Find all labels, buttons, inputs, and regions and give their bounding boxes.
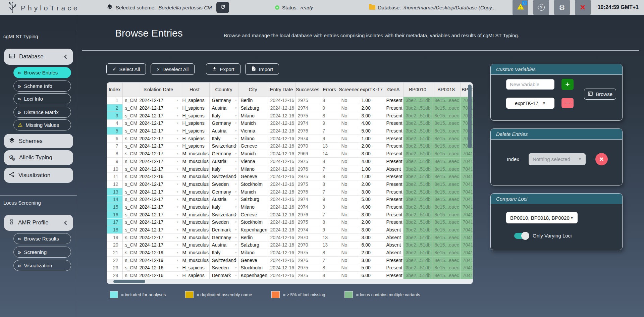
sidebar-item-browse-results[interactable]: » Browse Results (13, 233, 71, 244)
table-cell[interactable]: Austria▾ (209, 127, 238, 135)
table-cell[interactable]: Austria▾ (209, 196, 238, 203)
column-header[interactable]: GenA (384, 83, 403, 97)
sidebar-item-distance-matrix[interactable]: » Distance Matrix (13, 107, 71, 118)
row-index-cell[interactable]: 18 (107, 226, 122, 234)
table-row[interactable]: 17s_CM2024-12-17▾M_musculusSweden▾Stockh… (107, 218, 473, 226)
table-cell[interactable]: Switzerland▾ (209, 142, 238, 150)
column-header[interactable]: Successes (295, 83, 320, 97)
row-index-cell[interactable]: 15 (107, 203, 122, 211)
table-cell[interactable]: 2024-12-17▾ (137, 218, 180, 226)
row-index-cell[interactable]: 2 (107, 104, 122, 112)
sidebar-item-loci-info[interactable]: » Loci Info (13, 93, 71, 104)
row-index-cell[interactable]: 6 (107, 135, 122, 142)
table-cell[interactable]: 2024-12-17▾ (137, 211, 180, 218)
compare-loci-select[interactable]: BP0010, BP0018, BP0020, ▼ (506, 212, 578, 223)
sidebar-group-schemes[interactable]: Schemes (4, 134, 73, 148)
table-row[interactable]: 14s_CM2024-12-17▾M_musculusAustria▾Salzb… (107, 196, 473, 203)
table-cell[interactable]: 2024-12-17▾ (137, 226, 180, 234)
close-app-button[interactable]: × (575, 0, 591, 15)
table-row[interactable]: 13s_CM2024-12-17▾M_musculusGermany▾Munic… (107, 188, 473, 196)
table-row[interactable]: 19s_CM2024-12-17▾M_musculusGermany▾Berli… (107, 233, 473, 241)
settings-button[interactable]: ⚙ (554, 0, 570, 15)
table-cell[interactable]: 2024-12-17▾ (137, 127, 180, 135)
table-cell[interactable]: 2024-12-17▾ (137, 203, 180, 211)
column-header[interactable]: Country (209, 83, 238, 97)
table-cell[interactable]: Italy▾ (209, 203, 238, 211)
table-row[interactable]: 6s_CM2024-12-17▾H_sapiensItaly▾Milano202… (107, 135, 473, 142)
sidebar-item-browse-entries[interactable]: » Browse Entries (13, 67, 71, 78)
vertical-scrollbar[interactable] (468, 85, 472, 148)
table-row[interactable]: 10s_CM2024-12-17▾M_musculusItaly▾Milano2… (107, 165, 473, 173)
table-row[interactable]: 7s_CM2024-12-17▾H_sapiensSwitzerland▾Gen… (107, 142, 473, 150)
column-header[interactable]: BP0010 (403, 83, 432, 97)
table-cell[interactable]: Italy▾ (209, 165, 238, 173)
table-cell[interactable]: Italy▾ (209, 249, 238, 257)
table-row[interactable]: 9s_CM2024-12-17▾M_musculusAustria▾Vienna… (107, 158, 473, 165)
row-index-cell[interactable]: 19 (107, 233, 122, 241)
row-index-cell[interactable]: 4 (107, 119, 122, 127)
table-cell[interactable]: 2024-12-17▾ (137, 233, 180, 241)
deselect-all-button[interactable]: × Deselect All (151, 63, 195, 75)
table-cell[interactable]: 2024-12-17▾ (137, 180, 180, 188)
table-row[interactable]: 11s_CM2024-12-16▾M_musculusSwitzerland▾G… (107, 173, 473, 180)
table-row[interactable]: 23s_CM2024-12-16▾H_sapiensSweden▾Stockho… (107, 264, 473, 272)
table-cell[interactable]: Italy▾ (209, 135, 238, 142)
table-cell[interactable]: Denmark▾ (209, 272, 238, 279)
column-header[interactable]: exprTK-17 (359, 83, 384, 97)
table-row[interactable]: 4s_CM2024-12-17▾H_sapiensGermany▾Munich2… (107, 119, 473, 127)
column-header[interactable]: BP0018 (432, 83, 460, 97)
table-cell[interactable]: Germany▾ (209, 119, 238, 127)
column-header[interactable]: City (238, 83, 268, 97)
sidebar-item-scheme-info[interactable]: » Scheme Info (13, 81, 71, 92)
table-row[interactable]: 18s_CM2024-12-17▾M_musculusDenmark▾Kopen… (107, 226, 473, 234)
table-cell[interactable]: Switzerland▾ (209, 211, 238, 218)
column-header[interactable]: Host (180, 83, 209, 97)
table-row[interactable]: 12s_CM2024-12-17▾M_musculusSweden▾Stockh… (107, 180, 473, 188)
table-row[interactable]: 22s_CM2024-12-19▾M_musculusSwitzerland▾G… (107, 256, 473, 264)
row-index-cell[interactable]: 5 (107, 127, 122, 135)
table-cell[interactable]: Sweden▾ (209, 264, 238, 272)
table-cell[interactable]: 2024-12-17▾ (137, 135, 180, 142)
remove-variable-button[interactable]: − (561, 98, 574, 108)
column-header[interactable] (122, 83, 137, 97)
sidebar-item-amr-visualization[interactable]: » Visualization (13, 260, 71, 271)
row-index-cell[interactable]: 17 (107, 218, 122, 226)
row-index-cell[interactable]: 16 (107, 211, 122, 218)
sidebar-group-visualization[interactable]: Visualization (4, 168, 73, 183)
table-cell[interactable]: 2024-12-17▾ (137, 112, 180, 119)
new-variable-input[interactable] (506, 79, 554, 90)
horizontal-scrollbar-track[interactable] (107, 279, 473, 284)
table-cell[interactable]: Austria▾ (209, 104, 238, 112)
table-cell[interactable]: Austria▾ (209, 241, 238, 249)
sidebar-item-missing-values[interactable]: ⚠ Missing Values (13, 119, 71, 130)
table-cell[interactable]: 2024-12-16▾ (137, 264, 180, 272)
help-button[interactable]: ? (533, 0, 549, 15)
table-row[interactable]: 24s_CM2024-12-16▾H_sapiensDenmark▾Kopenh… (107, 272, 473, 279)
table-row[interactable]: 5s_CM2024-12-17▾H_sapiensAustria▾Vienna2… (107, 127, 473, 135)
table-cell[interactable]: 2024-12-19▾ (137, 249, 180, 257)
table-cell[interactable]: Austria▾ (209, 158, 238, 165)
table-row[interactable]: 1s_CM2024-12-17▾H_sapiensGermany▾Berlin2… (107, 97, 473, 104)
row-index-cell[interactable]: 1 (107, 97, 122, 104)
table-cell[interactable]: 2024-12-17▾ (137, 188, 180, 196)
row-index-cell[interactable]: 12 (107, 180, 122, 188)
export-button[interactable]: Export (206, 63, 240, 75)
table-cell[interactable]: Denmark▾ (209, 226, 238, 234)
table-cell[interactable]: 2024-12-17▾ (137, 150, 180, 158)
row-index-cell[interactable]: 13 (107, 188, 122, 196)
table-cell[interactable]: 2024-12-17▾ (137, 104, 180, 112)
row-index-cell[interactable]: 22 (107, 256, 122, 264)
only-varying-loci-toggle[interactable] (514, 233, 528, 239)
sidebar-group-amr-profile[interactable]: AMR Profile (4, 215, 73, 231)
table-cell[interactable]: Switzerland▾ (209, 173, 238, 180)
refresh-scheme-button[interactable] (216, 2, 229, 13)
table-cell[interactable]: 2024-12-17▾ (137, 241, 180, 249)
table-cell[interactable]: 2024-12-17▾ (137, 142, 180, 150)
table-row[interactable]: 16s_CM2024-12-17▾M_musculusSwitzerland▾G… (107, 211, 473, 218)
column-header[interactable]: Entry Date (268, 83, 295, 97)
row-index-cell[interactable]: 20 (107, 241, 122, 249)
horizontal-scrollbar-thumb[interactable] (113, 280, 145, 283)
table-cell[interactable]: Italy▾ (209, 112, 238, 119)
table-cell[interactable]: 2024-12-19▾ (137, 256, 180, 264)
table-cell[interactable]: Germany▾ (209, 97, 238, 104)
